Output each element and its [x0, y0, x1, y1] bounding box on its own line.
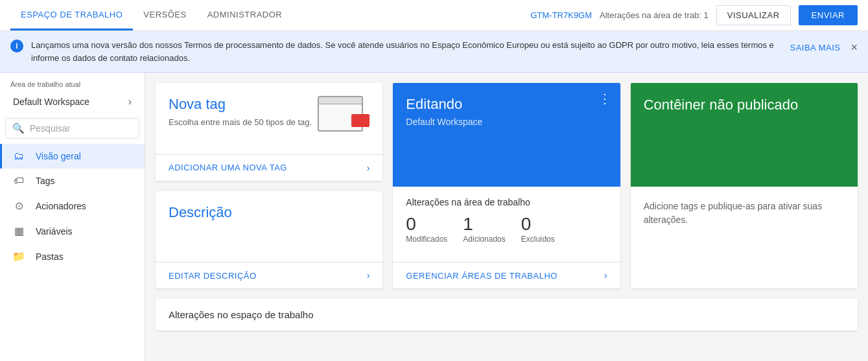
browser-mock-icon — [318, 96, 363, 132]
nova-tag-info: Nova tag Escolha entre mais de 50 tipos … — [169, 96, 312, 128]
tab-workspace[interactable]: ESPAÇO DE TRABALHO — [10, 0, 133, 30]
search-bar[interactable]: 🔍 Pesquisar — [5, 118, 139, 139]
stat-deleted: 0 Excluídos — [521, 215, 555, 244]
banner-actions: SAIBA MAIS × — [790, 39, 858, 56]
descricao-top: Descrição — [156, 191, 382, 262]
workspace-label: Área de trabalho atual — [0, 80, 145, 91]
tag-icon: 🏷 — [12, 175, 25, 187]
nav-right: GTM-TR7K9GM Alterações na área de trab: … — [530, 5, 858, 25]
tab-admin[interactable]: ADMINISTRADOR — [197, 0, 293, 30]
editando-title: Editando — [406, 96, 607, 113]
stat-modified: 0 Modificados — [406, 215, 447, 244]
changes-stats: 0 Modificados 1 Adicionados 0 Excluídos — [406, 215, 607, 244]
tab-versions[interactable]: VERSÕES — [133, 0, 196, 30]
trigger-icon: ⊙ — [12, 200, 25, 212]
conteiner-bottom: Adicione tags e publique-as para ativar … — [631, 187, 858, 288]
folder-icon: 📁 — [12, 250, 25, 262]
add-tag-footer[interactable]: ADICIONAR UMA NOVA TAG › — [156, 154, 382, 181]
main-layout: Área de trabalho atual Default Workspace… — [0, 73, 868, 361]
edit-description-footer[interactable]: EDITAR DESCRIÇÃO › — [156, 262, 382, 288]
stat-deleted-number: 0 — [521, 215, 555, 233]
editando-card: ⋮ Editando Default Workspace Alterações … — [393, 83, 620, 288]
sidebar-item-tags-label: Tags — [36, 176, 55, 186]
preview-button[interactable]: VISUALIZAR — [716, 5, 791, 25]
descricao-card: Descrição EDITAR DESCRIÇÃO › — [156, 191, 382, 289]
editando-menu-icon[interactable]: ⋮ — [598, 92, 611, 105]
nova-tag-card-top: Nova tag Escolha entre mais de 50 tipos … — [156, 83, 382, 143]
sidebar-item-overview-label: Visão geral — [36, 151, 81, 161]
cards-row: Nova tag Escolha entre mais de 50 tipos … — [156, 83, 858, 288]
sidebar-item-folders-label: Pastas — [36, 251, 64, 262]
stat-added-number: 1 — [463, 215, 505, 233]
gtm-id: GTM-TR7K9GM — [530, 10, 592, 20]
info-icon: i — [10, 40, 23, 52]
sidebar-item-triggers[interactable]: ⊙ Acionadores — [0, 193, 145, 218]
close-banner-button[interactable]: × — [850, 39, 858, 56]
workspace-selector[interactable]: Default Workspace › — [5, 91, 139, 113]
sidebar-item-folders[interactable]: 📁 Pastas — [0, 244, 145, 269]
nova-tag-description: Escolha entre mais de 50 tipos de tag. — [169, 117, 312, 128]
conteiner-top: Contêiner não publicado — [631, 83, 858, 187]
alteracoes-section: Alterações no espaço de trabalho — [156, 299, 858, 331]
editando-workspace-name: Default Workspace — [406, 117, 607, 127]
descricao-title: Descrição — [169, 204, 369, 221]
nova-tag-card: Nova tag Escolha entre mais de 50 tipos … — [156, 83, 382, 181]
conteiner-description: Adicione tags e publique-as para ativar … — [644, 200, 845, 227]
sidebar-item-triggers-label: Acionadores — [36, 201, 86, 211]
submit-button[interactable]: ENVIAR — [799, 5, 858, 25]
editando-top: ⋮ Editando Default Workspace — [393, 83, 620, 187]
top-nav: ESPAÇO DE TRABALHO VERSÕES ADMINISTRADOR… — [0, 0, 868, 31]
sidebar: Área de trabalho atual Default Workspace… — [0, 73, 145, 361]
add-tag-label: ADICIONAR UMA NOVA TAG — [169, 163, 287, 172]
stat-deleted-label: Excluídos — [521, 235, 555, 244]
nova-tag-title: Nova tag — [169, 96, 312, 113]
sidebar-item-variables-label: Variáveis — [36, 226, 73, 237]
stat-added-label: Adicionados — [463, 235, 505, 244]
stat-modified-number: 0 — [406, 215, 447, 233]
manage-workspaces-label: GERENCIAR ÁREAS DE TRABALHO — [406, 271, 557, 281]
sidebar-item-variables[interactable]: ▦ Variáveis — [0, 218, 145, 244]
learn-more-link[interactable]: SAIBA MAIS — [790, 41, 841, 54]
conteiner-title: Contêiner não publicado — [644, 96, 845, 115]
workspace-chevron-icon: › — [128, 96, 132, 108]
sidebar-item-tags[interactable]: 🏷 Tags — [0, 169, 145, 193]
search-icon: 🔍 — [12, 122, 25, 134]
variables-icon: ▦ — [12, 225, 25, 237]
nav-items: 🗂 Visão geral 🏷 Tags ⊙ Acionadores ▦ Var… — [0, 144, 145, 269]
content-area: Nova tag Escolha entre mais de 50 tipos … — [145, 73, 868, 361]
banner-text: Lançamos uma nova versão dos nossos Term… — [31, 39, 782, 64]
changes-info: Alterações na área de trab: 1 — [600, 10, 709, 20]
edit-description-label: EDITAR DESCRIÇÃO — [169, 271, 257, 281]
workspace-changes-title: Alterações na área de trabalho — [406, 197, 607, 207]
nav-tabs: ESPAÇO DE TRABALHO VERSÕES ADMINISTRADOR — [10, 0, 292, 30]
editando-bottom: Alterações na área de trabalho 0 Modific… — [393, 187, 620, 262]
briefcase-icon: 🗂 — [12, 150, 25, 162]
manage-workspaces-chevron-icon: › — [604, 270, 607, 281]
info-banner: i Lançamos uma nova versão dos nossos Te… — [0, 31, 868, 73]
manage-workspaces-footer[interactable]: GERENCIAR ÁREAS DE TRABALHO › — [393, 262, 620, 288]
alteracoes-title: Alterações no espaço de trabalho — [169, 309, 845, 320]
workspace-name: Default Workspace — [13, 97, 89, 107]
conteiner-card: Contêiner não publicado Adicione tags e … — [631, 83, 858, 288]
stat-added: 1 Adicionados — [463, 215, 505, 244]
nova-tag-illustration — [318, 96, 369, 135]
red-tag-icon — [351, 114, 369, 127]
stat-modified-label: Modificados — [406, 235, 447, 244]
search-placeholder: Pesquisar — [30, 123, 70, 134]
edit-description-chevron-icon: › — [367, 270, 370, 281]
sidebar-item-overview[interactable]: 🗂 Visão geral — [0, 144, 145, 169]
add-tag-chevron-icon: › — [367, 163, 370, 173]
